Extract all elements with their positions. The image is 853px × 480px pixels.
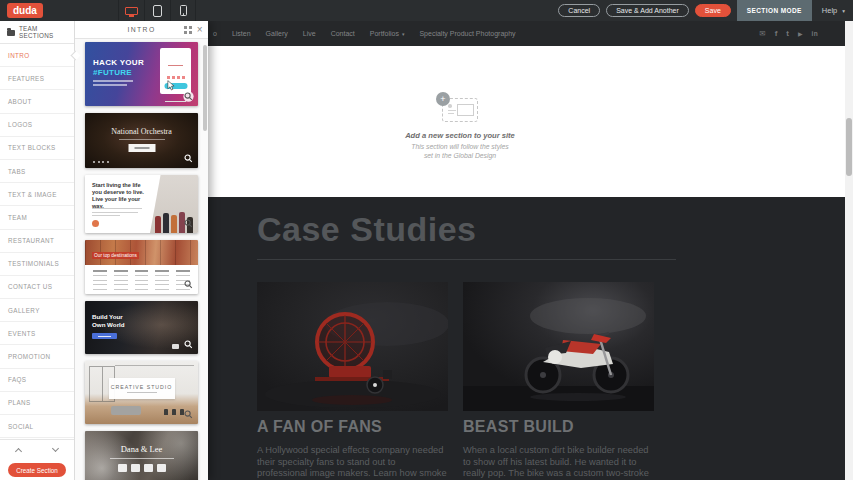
sidebar-item-label: TEXT BLOCKS (8, 144, 56, 151)
chevron-down-icon (52, 444, 59, 451)
nav-item-gallery[interactable]: Gallery (266, 30, 288, 37)
sidebar-item-label: EVENTS (8, 330, 36, 337)
case-study-body: A Hollywood special effects company need… (257, 445, 448, 480)
sidebar-pager (0, 439, 74, 459)
title-card: CREATIVE STUDIO (109, 378, 175, 399)
nav-item-live[interactable]: Live (303, 30, 316, 37)
add-section-canvas: + Add a new section to your site This se… (208, 46, 853, 197)
nav-item-portfolios[interactable]: Portfolios▾ (370, 30, 405, 37)
save-button[interactable]: Save (695, 4, 731, 17)
nav-item-listen[interactable]: Listen (232, 30, 251, 37)
template-thumb-creative-studio[interactable]: CREATIVE STUDIO (85, 361, 198, 424)
create-section-button[interactable]: Create Section (8, 463, 66, 477)
sketch-line (448, 110, 456, 111)
sidebar-item-events[interactable]: EVENTS (0, 322, 74, 345)
sidebar-item-label: ABOUT (8, 98, 32, 105)
page-scrollbar-thumb[interactable] (846, 118, 852, 176)
nav-item-contact[interactable]: Contact (331, 30, 355, 37)
sidebar-item-tabs[interactable]: TABS (0, 160, 74, 183)
template-thumb-national-orchestra[interactable]: National Orchestra (85, 113, 198, 168)
sidebar-item-label: TESTIMONIALS (8, 260, 59, 267)
thumb-title: HACK YOUR (93, 58, 144, 67)
sections-sidebar: TEAM SECTIONS INTRO FEATURES ABOUT LOGOS… (0, 21, 75, 480)
nav-item-specialty-product-photography[interactable]: Specialty Product Photography (419, 30, 515, 37)
slider-dots (93, 161, 109, 163)
case-study-card-bike: BEAST BUILD When a local custom dirt bik… (463, 282, 654, 480)
sidebar-item-faqs[interactable]: FAQS (0, 369, 74, 392)
panel-scrollbar-thumb[interactable] (203, 45, 207, 131)
sidebar-item-team[interactable]: TEAM (0, 206, 74, 229)
sidebar-item-restaurant[interactable]: RESTAURANT (0, 230, 74, 253)
template-thumb-build-your-own-world[interactable]: Build Your Own World (85, 301, 198, 354)
sidebar-header: TEAM SECTIONS (0, 21, 74, 44)
sidebar-item-contact-us[interactable]: CONTACT US (0, 276, 74, 299)
twitter-icon[interactable]: t (786, 29, 789, 38)
template-thumb-dana-and-lee[interactable]: Dana & Lee (85, 431, 198, 480)
sketch-line (448, 113, 454, 114)
sofa-sketch (111, 406, 141, 415)
sidebar-item-logos[interactable]: LOGOS (0, 114, 74, 137)
badge-sketch (172, 344, 179, 349)
sidebar-item-features[interactable]: FEATURES (0, 67, 74, 90)
add-section-placeholder[interactable]: + Add a new section to your site This se… (370, 98, 550, 160)
chairs-sketch (164, 409, 184, 415)
page-scrollbar[interactable] (845, 21, 853, 480)
site-navbar: o Listen Gallery Live Contact Portfolios… (208, 21, 853, 46)
template-thumb-destinations[interactable]: Our top destinations (85, 240, 198, 294)
section-sketch: + (442, 98, 478, 122)
grid-view-icon[interactable] (184, 26, 192, 34)
template-thumb-lifestyle[interactable]: Start living the life you deserve to liv… (85, 175, 198, 233)
youtube-icon[interactable]: ▶ (798, 30, 803, 37)
zoom-preview-icon[interactable] (183, 218, 194, 229)
table-sketch (89, 267, 194, 290)
sidebar-item-testimonials[interactable]: TESTIMONIALS (0, 253, 74, 276)
thumb-title: National Orchestra (85, 127, 198, 136)
sidebar-item-promotion[interactable]: PROMOTION (0, 345, 74, 368)
sidebar-item-about[interactable]: ABOUT (0, 90, 74, 113)
sidebar-item-social[interactable]: SOCIAL (0, 415, 74, 438)
save-add-another-button[interactable]: Save & Add Another (606, 4, 689, 17)
panel-scrollbar[interactable] (203, 41, 207, 478)
linkedin-icon[interactable]: in (812, 30, 818, 37)
zoom-preview-icon[interactable] (183, 279, 194, 290)
scroll-up-button[interactable] (0, 440, 37, 459)
nav-item-partial[interactable]: o (213, 30, 217, 37)
chevron-up-icon (15, 447, 22, 454)
close-icon[interactable]: × (197, 23, 204, 37)
cancel-button[interactable]: Cancel (558, 4, 600, 17)
sidebar-item-label: SOCIAL (8, 423, 34, 430)
thumb-title: CREATIVE STUDIO (111, 384, 173, 390)
desktop-view-button[interactable] (118, 0, 144, 21)
sidebar-item-text-image[interactable]: TEXT & IMAGE (0, 183, 74, 206)
zoom-preview-icon[interactable] (183, 153, 194, 164)
template-thumb-hack-your-future[interactable]: HACK YOUR #FUTURE (85, 42, 198, 106)
case-study-title: BEAST BUILD (463, 418, 654, 436)
sidebar-item-label: CONTACT US (8, 283, 52, 290)
mobile-view-button[interactable] (170, 0, 196, 21)
sidebar-item-intro[interactable]: INTRO (0, 44, 74, 67)
desktop-icon (125, 7, 138, 15)
case-study-cards: A FAN OF FANS A Hollywood special effect… (257, 282, 853, 480)
mobile-icon (180, 5, 187, 16)
folder-icon (7, 30, 15, 36)
sidebar-item-gallery[interactable]: GALLERY (0, 299, 74, 322)
tablet-view-button[interactable] (144, 0, 170, 21)
heading-divider (257, 259, 676, 260)
zoom-preview-icon[interactable] (183, 339, 194, 350)
help-menu[interactable]: Help ▾ (822, 6, 845, 15)
template-thumbnail-list: HACK YOUR #FUTURE National Orchestra (75, 39, 208, 480)
sidebar-item-label: FEATURES (8, 75, 44, 82)
email-icon[interactable]: ✉ (759, 29, 765, 38)
sidebar-item-label: LOGOS (8, 121, 32, 128)
sidebar-item-text-blocks[interactable]: TEXT BLOCKS (0, 137, 74, 160)
sidebar-item-plans[interactable]: PLANS (0, 392, 74, 415)
facebook-icon[interactable]: f (775, 29, 778, 38)
dirt-bike-photo (463, 282, 654, 411)
sketch-dot (448, 104, 452, 108)
scroll-down-button[interactable] (37, 440, 74, 459)
zoom-preview-icon[interactable] (183, 409, 194, 420)
duda-logo: duda (7, 3, 43, 18)
topbar-actions: Cancel Save & Add Another Save SECTION M… (558, 0, 849, 21)
zoom-preview-icon[interactable] (183, 91, 194, 102)
chevron-down-icon: ▾ (402, 31, 405, 37)
